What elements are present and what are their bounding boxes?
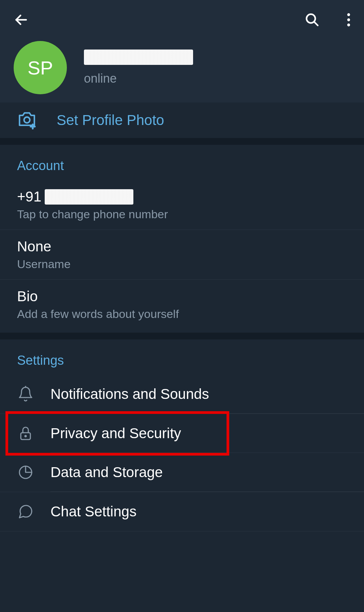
profile-info: online — [84, 50, 193, 86]
set-profile-photo-button[interactable]: Set Profile Photo — [0, 102, 364, 138]
privacy-security-item[interactable]: Privacy and Security — [0, 414, 364, 453]
avatar-initials: SP — [28, 57, 53, 79]
redacted-name — [84, 50, 193, 65]
section-divider — [0, 138, 364, 145]
search-icon — [305, 12, 320, 27]
username-value: None — [17, 238, 347, 255]
bio-label: Add a few words about yourself — [17, 307, 347, 321]
back-arrow-icon — [14, 12, 29, 27]
username-label: Username — [17, 258, 347, 271]
chat-bubble-icon — [17, 503, 34, 520]
pie-chart-icon — [17, 464, 34, 481]
profile-status: online — [84, 71, 193, 86]
chat-settings-item[interactable]: Chat Settings — [0, 492, 364, 531]
back-button[interactable] — [14, 12, 29, 29]
search-button[interactable] — [305, 12, 320, 29]
set-photo-label: Set Profile Photo — [57, 112, 164, 128]
redacted-phone — [45, 189, 133, 205]
bio-item[interactable]: Bio Add a few words about yourself — [0, 280, 364, 329]
notifications-label: Notifications and Sounds — [50, 386, 209, 402]
avatar[interactable]: SP — [14, 41, 67, 94]
svg-point-4 — [347, 18, 350, 21]
phone-prefix: +91 — [17, 189, 41, 205]
phone-number-item[interactable]: +91 Tap to change phone number — [0, 180, 364, 230]
profile-section: SP online — [0, 31, 364, 94]
phone-number-value: +91 — [17, 189, 347, 205]
settings-section: Settings Notifications and Sounds Privac… — [0, 339, 364, 531]
camera-add-icon — [17, 110, 37, 131]
section-divider — [0, 333, 364, 339]
svg-line-2 — [314, 22, 318, 26]
lock-icon — [17, 425, 34, 442]
username-item[interactable]: None Username — [0, 230, 364, 280]
svg-point-6 — [24, 117, 30, 123]
more-button[interactable] — [347, 13, 350, 28]
data-storage-label: Data and Storage — [50, 464, 163, 481]
more-vertical-icon — [347, 13, 350, 27]
bio-value: Bio — [17, 288, 347, 305]
top-right-actions — [305, 12, 350, 29]
profile-name — [84, 50, 193, 69]
privacy-label: Privacy and Security — [50, 425, 181, 442]
data-storage-item[interactable]: Data and Storage — [0, 453, 364, 492]
top-bar — [0, 0, 364, 31]
svg-point-11 — [25, 435, 26, 437]
header: SP online — [0, 0, 364, 102]
phone-label: Tap to change phone number — [17, 208, 347, 221]
bell-icon — [17, 386, 34, 403]
svg-point-5 — [347, 24, 350, 26]
settings-section-title: Settings — [0, 350, 364, 375]
account-section-title: Account — [0, 155, 364, 180]
account-section: Account +91 Tap to change phone number N… — [0, 145, 364, 333]
chat-settings-label: Chat Settings — [50, 503, 136, 520]
notifications-item[interactable]: Notifications and Sounds — [0, 375, 364, 414]
svg-point-3 — [347, 13, 350, 16]
